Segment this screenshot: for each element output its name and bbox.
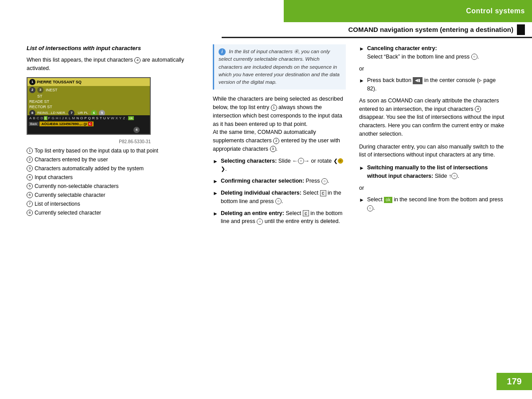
key-c-1: c <box>320 190 326 196</box>
bullet-press-back: ► Press back button ◀▮ in the center con… <box>359 76 505 93</box>
nav-screen-map-area: 1 PIERRE TOUSSANT SQ 2 3 INEST ST READE … <box>27 78 150 118</box>
rotary-icon-1: ○ <box>298 158 304 164</box>
alpha-k: K <box>65 116 68 120</box>
alpha-b: B <box>32 116 35 120</box>
right-column: ► Canceling character entry: Select “Bac… <box>359 44 505 372</box>
ref-3-mid: 3 <box>270 146 276 152</box>
legend-item-6: 6 Currently selectable character <box>27 191 200 199</box>
subheader-title: COMAND navigation system (entering a des… <box>348 26 513 33</box>
legend-num-3: 3 <box>27 165 33 172</box>
alpha-h: H <box>55 116 59 120</box>
nav-street-4: READE ST <box>27 99 150 104</box>
badge-3: 3 <box>37 87 43 93</box>
legend-item-5: 5 Currently non-selectable characters <box>27 182 200 190</box>
bullet-bold-r1: Canceling character entry: <box>367 45 437 51</box>
bullet-arrow-3: ► <box>213 189 218 197</box>
subheader-bar: COMAND navigation system (entering a des… <box>222 22 532 38</box>
ref-2-mid: 2 <box>273 138 279 144</box>
alpha-o: O <box>80 116 83 120</box>
alpha-z: Z <box>122 116 125 120</box>
nav-clear-btn: C <box>88 122 93 126</box>
bullet-arrow-r2: ► <box>359 77 364 85</box>
legend-item-2: 2 Characters entered by the user <box>27 156 200 164</box>
nav-screen-caption: P82.86-5330-31 <box>27 139 151 144</box>
legend-num-1: 1 <box>27 148 33 154</box>
middle-bullets: ► Selecting characters: Slide ←○→ or rot… <box>213 157 346 226</box>
alpha-dot: . <box>126 116 128 120</box>
rotary-icon-2: ○ <box>338 158 343 164</box>
left-column: List of intersections with input charact… <box>27 44 200 372</box>
alpha-y: Y <box>119 116 122 120</box>
bullet-content-2: Confirming character selection: Press ○. <box>221 177 346 185</box>
legend-item-7: 7 List of intersections <box>27 200 200 208</box>
legend-num-8: 8 <box>27 210 33 216</box>
badge-4-area: 4 <box>133 127 141 133</box>
bullet-bold-4: Deleting an entire entry: <box>221 210 284 216</box>
alpha-x: X <box>115 116 118 120</box>
bullet-content-r4: Select ok in the second line from the bo… <box>367 196 505 212</box>
nav-street-1: PIERRE TOUSSANT SQ <box>37 80 82 84</box>
legend-text-7: List of intersections <box>35 200 80 208</box>
bullet-bold-2: Confirming character selection: <box>221 178 304 184</box>
nav-back-btn: Back <box>29 122 39 126</box>
badge-4: 4 <box>133 127 140 133</box>
bullet-content-1: Selecting characters: Slide ←○→ or rotat… <box>221 157 346 174</box>
alpha-row: A B C D E F G H I J K L M N O P Q <box>27 115 150 121</box>
bullet-content-r3: Switching manually to the list of inters… <box>367 164 505 180</box>
bullet-content-r2: Press back button ◀▮ in the center conso… <box>367 76 505 93</box>
nav-row-1: 1 PIERRE TOUSSANT SQ <box>27 78 150 86</box>
press-icon-r1: ○ <box>471 54 477 60</box>
right-para-1: As soon as COMAND can clearly attribute … <box>359 97 505 138</box>
bullet-select-ok: ► Select ok in the second line from the … <box>359 196 505 212</box>
press-icon-r3: ○ <box>451 173 458 179</box>
legend-item-1: 1 Top list entry based on the input data… <box>27 147 200 155</box>
ref-4: 4 <box>134 57 141 63</box>
main-content: List of intersections with input charact… <box>27 44 505 372</box>
alpha-l: L <box>68 116 71 120</box>
info-box: i In the list of input characters ④, you… <box>213 44 346 90</box>
bullet-bold-1: Selecting characters: <box>221 158 277 164</box>
bullet-content-3: Deleting individual characters: Select c… <box>221 189 346 206</box>
ref-1-mid: 1 <box>271 105 277 111</box>
alpha-s: S <box>96 116 99 120</box>
or-text-2: or <box>359 184 505 192</box>
press-icon-1: ○ <box>321 178 328 184</box>
bullet-bold-r3: Switching manually to the list of inters… <box>367 164 488 179</box>
bullet-select-chars: ► Selecting characters: Slide ←○→ or rot… <box>213 157 346 174</box>
legend-text-8: Currently selected character <box>35 209 101 217</box>
alpha-m: M <box>72 116 76 120</box>
nav-screen: 1 PIERRE TOUSSANT SQ 2 3 INEST ST READE … <box>27 77 151 135</box>
press-icon-r4: ○ <box>367 205 373 211</box>
alpha-r: R <box>92 116 95 120</box>
alpha-i: I <box>59 116 61 120</box>
legend-num-6: 6 <box>27 192 33 198</box>
alpha-q: Q <box>88 116 91 120</box>
badge-1: 1 <box>29 79 35 85</box>
legend-text-6: Currently selectable character <box>35 191 105 199</box>
alpha-p: P <box>84 116 87 120</box>
info-icon: i <box>219 48 226 55</box>
header-title: Control systems <box>466 7 525 15</box>
nav-street-6b: UR PL <box>76 110 90 115</box>
bullet-bold-3: Deleting individual characters: <box>221 190 301 196</box>
bullet-confirm-chars: ► Confirming character selection: Press … <box>213 177 346 185</box>
alpha-e: E <box>44 116 47 120</box>
alpha-ok: ok <box>128 116 133 120</box>
nav-row-2: 2 3 INEST <box>27 86 150 94</box>
nav-street-2: INEST <box>45 87 59 93</box>
press-icon-2: ○ <box>275 198 282 204</box>
bullet-content-r1: Canceling character entry: Select “Back”… <box>367 44 505 61</box>
bullet-arrow-r4: ► <box>359 196 364 204</box>
bullet-cancel-entry: ► Canceling character entry: Select “Bac… <box>359 44 505 61</box>
bullet-arrow-1: ► <box>213 157 218 165</box>
nav-street-6: REINS...LD NIER... <box>37 111 68 115</box>
bullet-delete-entry: ► Deleting an entire entry: Select c in … <box>213 209 346 226</box>
right-para-2: During character entry, you can also man… <box>359 143 505 160</box>
bullet-delete-char: ► Deleting individual characters: Select… <box>213 189 346 206</box>
nav-back-row: Back AÖÜÆØA 1234567890.,.. ()/ C <box>27 121 150 127</box>
or-text-1: or <box>359 65 505 73</box>
key-c-2: c <box>303 210 309 216</box>
alpha-w: W <box>110 116 115 120</box>
legend-num-7: 7 <box>27 201 33 207</box>
alpha-c: C <box>36 116 40 120</box>
